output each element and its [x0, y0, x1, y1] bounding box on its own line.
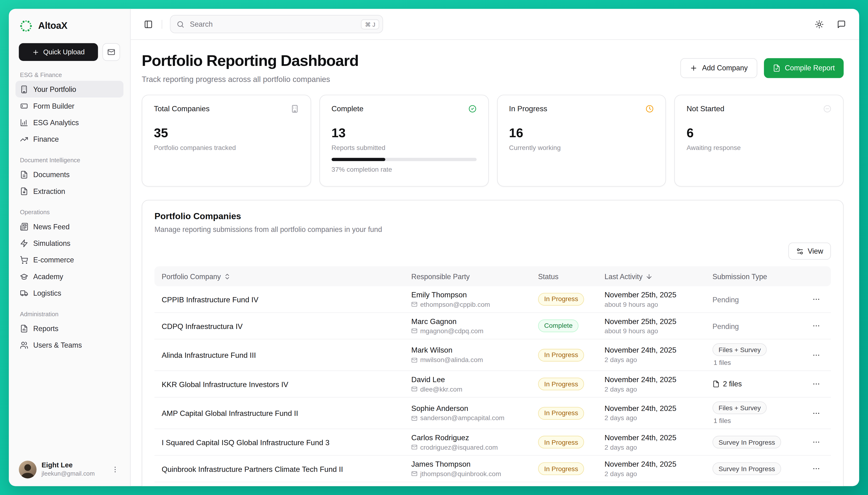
plus-icon	[32, 48, 39, 55]
company-name: Quinbrook Infrastructure Partners Climat…	[162, 465, 343, 473]
column-header-submission: Submission Type	[707, 272, 793, 280]
search-box[interactable]: ⌘ J	[170, 15, 383, 33]
sidebar-item-esg-analytics[interactable]: ESG Analytics	[16, 114, 123, 131]
company-name: Alinda Infrastructure Fund III	[162, 351, 256, 359]
status-badge: In Progress	[538, 378, 584, 390]
completion-rate-label: 37% completion rate	[331, 166, 476, 173]
row-actions-button[interactable]	[811, 407, 822, 419]
sidebar-item-finance[interactable]: Finance	[16, 131, 123, 147]
graduation-cap-icon	[20, 272, 28, 280]
truck-icon	[20, 289, 28, 297]
responsible-name: Carlos Rodriguez	[411, 433, 527, 442]
activity-relative: about 9 hours ago	[605, 327, 702, 335]
mail-icon	[411, 328, 418, 334]
file-icon	[712, 380, 720, 388]
mail-icon	[411, 301, 418, 307]
search-input[interactable]	[189, 19, 357, 29]
activity-relative: 2 days ago	[605, 414, 702, 422]
responsible-email: sanderson@ampcapital.com	[411, 414, 527, 422]
users-icon	[20, 341, 28, 349]
file-output-icon	[20, 187, 28, 195]
row-actions-button[interactable]	[811, 349, 822, 361]
activity-date: November 24th, 2025	[605, 404, 702, 413]
quick-upload-button[interactable]: Quick Upload	[19, 43, 98, 61]
sidebar-toggle-button[interactable]	[143, 19, 154, 30]
minus-circle-icon	[823, 105, 831, 113]
status-badge: In Progress	[538, 462, 584, 475]
sidebar-item-simulations[interactable]: Simulations	[16, 235, 123, 251]
trending-up-icon	[20, 135, 28, 143]
table-row[interactable]: CPPIB Infrastructure Fund IV Emily Thomp…	[154, 286, 831, 313]
sidebar-section-operations: Operations News Feed Simulations E-comme…	[16, 209, 123, 301]
sidebar-item-news-feed[interactable]: News Feed	[16, 218, 123, 235]
sidebar-item-ecommerce[interactable]: E-commerce	[16, 251, 123, 268]
user-avatar	[19, 461, 37, 478]
activity-relative: 2 days ago	[605, 470, 702, 478]
column-header-activity[interactable]: Last Activity	[599, 272, 707, 280]
sidebar-item-extraction[interactable]: Extraction	[16, 183, 123, 199]
responsible-email: mgagnon@cdpq.com	[411, 327, 527, 335]
stat-value: 13	[331, 126, 476, 140]
status-badge: In Progress	[538, 293, 584, 306]
submission-type-badge: Files + Survey	[712, 402, 767, 414]
table-row[interactable]: KKR Global Infrastructure Investors IV D…	[154, 371, 831, 398]
responsible-email: jthompson@quinbrook.com	[411, 470, 527, 478]
user-menu-button[interactable]	[110, 464, 120, 475]
sidebar-item-form-builder[interactable]: Form Builder	[16, 98, 123, 114]
add-company-button[interactable]: Add Company	[680, 58, 757, 78]
user-account-row[interactable]: Eight Lee jleekun@gmail.com	[16, 458, 123, 479]
sidebar-item-your-portfolio[interactable]: Your Portfolio	[16, 81, 123, 97]
row-actions-button[interactable]	[811, 293, 822, 305]
compile-report-label: Compile Report	[785, 64, 835, 72]
activity-relative: 2 days ago	[605, 356, 702, 364]
sidebar-item-label: Simulations	[33, 239, 71, 247]
stat-title: Total Companies	[154, 105, 210, 113]
sidebar-item-label: Extraction	[33, 187, 65, 195]
app-name: AltoaX	[38, 20, 67, 32]
company-name: CDPQ Infraestructura IV	[162, 322, 243, 330]
feedback-chat-button[interactable]	[836, 19, 847, 30]
column-header-company[interactable]: Portfolio Company	[154, 272, 406, 280]
topbar: ⌘ J	[131, 9, 859, 40]
theme-toggle-button[interactable]	[814, 19, 825, 30]
table-row[interactable]: AMP Capital Global Infrastructure Fund I…	[154, 398, 831, 429]
sidebar-item-reports[interactable]: Reports	[16, 320, 123, 337]
company-name: KKR Global Infrastructure Investors IV	[162, 380, 288, 389]
settings-sliders-icon	[796, 247, 804, 255]
inbox-mail-button[interactable]	[102, 43, 120, 61]
mail-icon	[411, 471, 418, 477]
file-check-icon	[773, 64, 780, 72]
table-row[interactable]: Alinda Infrastructure Fund III Mark Wils…	[154, 339, 831, 371]
row-actions-button[interactable]	[811, 463, 822, 475]
sidebar-item-academy[interactable]: Academy	[16, 268, 123, 285]
table-row[interactable]: I Squared Capital ISQ Global Infrastruct…	[154, 429, 831, 456]
table-row[interactable]: CDPQ Infraestructura IV Marc Gagnon mgag…	[154, 313, 831, 340]
row-actions-button[interactable]	[811, 378, 822, 390]
row-actions-button[interactable]	[811, 320, 822, 331]
compile-report-button[interactable]: Compile Report	[764, 58, 844, 78]
companies-title: Portfolio Companies	[154, 211, 831, 222]
table-row[interactable]: Quinbrook Infrastructure Partners Climat…	[154, 456, 831, 482]
sidebar-item-users-teams[interactable]: Users & Teams	[16, 337, 123, 353]
status-badge: In Progress	[538, 436, 584, 449]
stat-value: 16	[509, 126, 654, 140]
sidebar-item-documents[interactable]: Documents	[16, 166, 123, 183]
ellipsis-icon	[812, 295, 820, 304]
page-subtitle: Track reporting progress across all port…	[142, 75, 358, 84]
row-actions-button[interactable]	[811, 437, 822, 448]
ellipsis-icon	[812, 351, 820, 359]
stat-card-complete: Complete 13 Reports submitted 37% comple…	[319, 95, 489, 187]
responsible-name: Marc Gagnon	[411, 317, 527, 325]
file-report-icon	[20, 324, 28, 332]
table-row[interactable]: Copenhagen Infrastructure Partners VI La…	[154, 482, 831, 486]
user-email: jleekun@gmail.com	[41, 470, 95, 478]
table-header-row: Portfolio Company Responsible Party Stat…	[154, 267, 831, 286]
newspaper-icon	[20, 222, 28, 231]
companies-subtitle: Manage reporting submissions from all po…	[154, 225, 831, 234]
sidebar-item-logistics[interactable]: Logistics	[16, 285, 123, 301]
panel-left-icon	[144, 20, 153, 29]
desktop-background: AltoaX Quick Upload ESG & Finance Your P…	[0, 0, 868, 495]
sidebar-item-label: News Feed	[33, 222, 70, 231]
activity-date: November 24th, 2025	[605, 460, 702, 468]
view-options-button[interactable]: View	[788, 242, 831, 260]
